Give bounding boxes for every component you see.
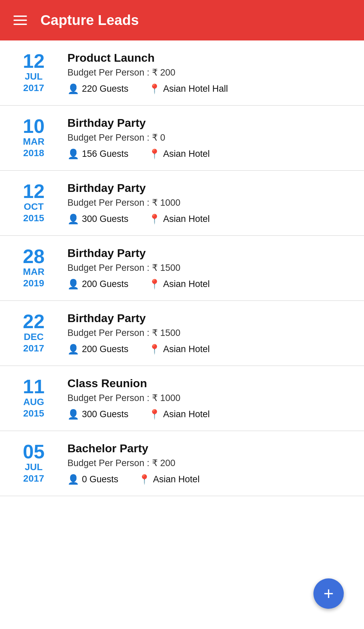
person-icon: 👤: [67, 344, 79, 355]
lead-title: Product Launch: [67, 51, 351, 64]
person-icon: 👤: [67, 474, 79, 485]
add-lead-button[interactable]: +: [313, 578, 344, 609]
list-item[interactable]: 12 OCT 2015 Birthday Party Budget Per Pe…: [0, 171, 364, 236]
lead-budget: Budget Per Person : ₹ 1500: [67, 262, 351, 273]
lead-year: 2019: [13, 278, 54, 289]
lead-venue: 📍 Asian Hotel: [149, 148, 210, 160]
list-item[interactable]: 28 MAR 2019 Birthday Party Budget Per Pe…: [0, 236, 364, 301]
venue-name: Asian Hotel: [153, 474, 200, 485]
location-icon: 📍: [149, 279, 160, 290]
app-header: Capture Leads: [0, 0, 364, 40]
lead-date: 05 JUL 2017: [13, 442, 54, 484]
page-title: Capture Leads: [40, 12, 139, 28]
lead-title: Birthday Party: [67, 247, 351, 260]
lead-guests: 👤 156 Guests: [67, 148, 128, 160]
lead-day: 05: [13, 442, 54, 461]
location-icon: 📍: [149, 344, 160, 355]
lead-budget: Budget Per Person : ₹ 200: [67, 458, 351, 468]
lead-budget: Budget Per Person : ₹ 1500: [67, 327, 351, 338]
lead-details: Bachelor Party Budget Per Person : ₹ 200…: [67, 442, 351, 485]
list-item[interactable]: 11 AUG 2015 Class Reunion Budget Per Per…: [0, 366, 364, 431]
lead-title: Birthday Party: [67, 116, 351, 130]
lead-details: Birthday Party Budget Per Person : ₹ 0 👤…: [67, 116, 351, 160]
lead-day: 22: [13, 312, 54, 331]
guests-count: 300 Guests: [82, 409, 128, 420]
lead-month: JUL: [13, 461, 54, 473]
lead-venue: 📍 Asian Hotel: [149, 344, 210, 355]
lead-title: Birthday Party: [67, 312, 351, 325]
lead-title: Bachelor Party: [67, 442, 351, 455]
location-icon: 📍: [149, 148, 160, 160]
lead-day: 11: [13, 377, 54, 396]
lead-guests: 👤 300 Guests: [67, 213, 128, 225]
list-item[interactable]: 12 JUL 2017 Product Launch Budget Per Pe…: [0, 40, 364, 106]
guests-count: 220 Guests: [82, 84, 128, 94]
lead-month: MAR: [13, 266, 54, 278]
lead-date: 11 AUG 2015: [13, 377, 54, 419]
lead-details: Class Reunion Budget Per Person : ₹ 1000…: [67, 377, 351, 420]
guests-count: 300 Guests: [82, 214, 128, 224]
lead-meta: 👤 0 Guests 📍 Asian Hotel: [67, 474, 351, 485]
lead-details: Product Launch Budget Per Person : ₹ 200…: [67, 51, 351, 94]
guests-count: 200 Guests: [82, 344, 128, 354]
list-item[interactable]: 10 MAR 2018 Birthday Party Budget Per Pe…: [0, 106, 364, 171]
lead-year: 2015: [13, 212, 54, 224]
location-icon: 📍: [149, 213, 160, 225]
lead-date: 28 MAR 2019: [13, 247, 54, 289]
lead-title: Class Reunion: [67, 377, 351, 390]
lead-month: AUG: [13, 396, 54, 408]
lead-venue: 📍 Asian Hotel Hall: [149, 83, 228, 94]
lead-venue: 📍 Asian Hotel: [149, 279, 210, 290]
lead-venue: 📍 Asian Hotel: [149, 213, 210, 225]
person-icon: 👤: [67, 83, 79, 94]
location-icon: 📍: [139, 474, 150, 485]
lead-date: 10 MAR 2018: [13, 116, 54, 159]
lead-day: 12: [13, 181, 54, 201]
lead-guests: 👤 0 Guests: [67, 474, 118, 485]
lead-guests: 👤 300 Guests: [67, 409, 128, 420]
lead-venue: 📍 Asian Hotel: [139, 474, 200, 485]
lead-day: 10: [13, 116, 54, 136]
plus-icon: +: [324, 585, 334, 602]
guests-count: 0 Guests: [82, 474, 118, 485]
lead-year: 2017: [13, 473, 54, 484]
person-icon: 👤: [67, 279, 79, 290]
hamburger-menu-button[interactable]: [13, 16, 27, 25]
lead-budget: Budget Per Person : ₹ 200: [67, 67, 351, 78]
lead-date: 12 OCT 2015: [13, 181, 54, 224]
lead-month: DEC: [13, 331, 54, 343]
lead-details: Birthday Party Budget Per Person : ₹ 150…: [67, 247, 351, 290]
guests-count: 200 Guests: [82, 279, 128, 289]
venue-name: Asian Hotel Hall: [163, 84, 228, 94]
lead-meta: 👤 200 Guests 📍 Asian Hotel: [67, 279, 351, 290]
lead-guests: 👤 220 Guests: [67, 83, 128, 94]
lead-year: 2018: [13, 147, 54, 159]
lead-budget: Budget Per Person : ₹ 0: [67, 132, 351, 143]
venue-name: Asian Hotel: [163, 279, 210, 289]
venue-name: Asian Hotel: [163, 344, 210, 354]
lead-meta: 👤 300 Guests 📍 Asian Hotel: [67, 213, 351, 225]
lead-meta: 👤 156 Guests 📍 Asian Hotel: [67, 148, 351, 160]
venue-name: Asian Hotel: [163, 149, 210, 159]
lead-date: 22 DEC 2017: [13, 312, 54, 354]
lead-month: MAR: [13, 136, 54, 147]
lead-day: 12: [13, 51, 54, 71]
lead-details: Birthday Party Budget Per Person : ₹ 100…: [67, 181, 351, 225]
lead-guests: 👤 200 Guests: [67, 279, 128, 290]
guests-count: 156 Guests: [82, 149, 128, 159]
list-item[interactable]: 05 JUL 2017 Bachelor Party Budget Per Pe…: [0, 431, 364, 496]
lead-month: JUL: [13, 71, 54, 82]
person-icon: 👤: [67, 213, 79, 225]
lead-date: 12 JUL 2017: [13, 51, 54, 93]
location-icon: 📍: [149, 83, 160, 94]
lead-budget: Budget Per Person : ₹ 1000: [67, 197, 351, 208]
lead-year: 2017: [13, 82, 54, 94]
location-icon: 📍: [149, 409, 160, 420]
lead-budget: Budget Per Person : ₹ 1000: [67, 393, 351, 403]
leads-list: 12 JUL 2017 Product Launch Budget Per Pe…: [0, 40, 364, 496]
lead-year: 2017: [13, 343, 54, 354]
venue-name: Asian Hotel: [163, 214, 210, 224]
lead-guests: 👤 200 Guests: [67, 344, 128, 355]
list-item[interactable]: 22 DEC 2017 Birthday Party Budget Per Pe…: [0, 301, 364, 366]
lead-meta: 👤 300 Guests 📍 Asian Hotel: [67, 409, 351, 420]
